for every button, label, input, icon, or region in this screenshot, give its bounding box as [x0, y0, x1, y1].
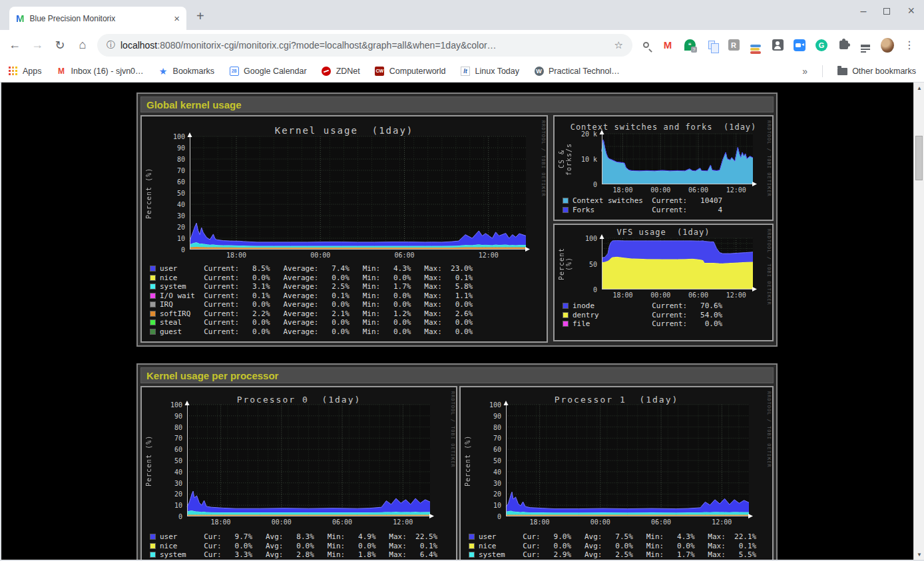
- context-switches-graph[interactable]: Context switches and forks (1day) CS & f…: [553, 115, 774, 221]
- copy-ext-icon[interactable]: [705, 39, 718, 52]
- plot-area: [506, 405, 749, 516]
- info-icon[interactable]: ⓘ: [107, 39, 115, 51]
- search-ext-icon[interactable]: [639, 39, 652, 52]
- processor-1-graph[interactable]: Processor 1 (1day) Percent (%) RRDTOOL /…: [459, 386, 774, 561]
- browser-toolbar: ← → ↻ ⌂ ⓘ localhost:8080/monitorix-cgi/m…: [0, 30, 924, 60]
- bookmark-zdnet[interactable]: ZDNet: [322, 66, 360, 76]
- rrdtool-watermark: RRDTOOL / TOBI OETIKER: [766, 229, 772, 305]
- chart-legend: inode Current: 70.6%dentry Current: 54.0…: [563, 301, 722, 329]
- chart-legend: user Cur: 9.0% Avg: 7.5% Min: 4.3% Max: …: [469, 532, 756, 561]
- grammarly-ext-icon[interactable]: G: [815, 39, 828, 52]
- scrollbar-down-icon[interactable]: ▼: [914, 549, 924, 560]
- chart-title: Processor 1 (1day): [461, 395, 772, 405]
- avatar[interactable]: [881, 39, 894, 52]
- tab-strip: M Blue Precision Monitorix × + – ×: [0, 0, 924, 30]
- scrollbar-up-icon[interactable]: ▲: [914, 83, 924, 93]
- calendar-icon: 28: [229, 66, 239, 76]
- plot-area: [190, 136, 526, 250]
- bookmark-google-calendar[interactable]: 28 Google Calendar: [229, 66, 307, 76]
- rrdtool-watermark: RRDTOOL / TOBI OETIKER: [766, 391, 772, 468]
- bookmarks-bar: Apps M Inbox (16) - sjvn0… ★ Bookmarks 2…: [0, 60, 924, 83]
- bookmarks-divider: [822, 65, 823, 77]
- tab-monitorix[interactable]: M Blue Precision Monitorix ×: [9, 7, 186, 30]
- forward-icon[interactable]: →: [29, 38, 45, 52]
- plot-area: [602, 134, 753, 184]
- section-title: Kernel usage per processor: [146, 370, 278, 381]
- linuxtoday-icon: lt: [461, 66, 471, 76]
- vfs-usage-chart: [602, 238, 753, 289]
- section-title: Global kernel usage: [146, 99, 242, 110]
- zoom-ext-icon[interactable]: [793, 39, 806, 52]
- processor-0-chart: [187, 405, 430, 516]
- bookmark-computerworld[interactable]: CW Computerworld: [375, 66, 446, 76]
- home-icon[interactable]: ⌂: [75, 38, 91, 52]
- rrdtool-watermark: RRDTOOL / TOBI OETIKER: [450, 391, 455, 468]
- bookmarks-overflow-icon[interactable]: »: [802, 66, 808, 77]
- bookmark-linux-today[interactable]: lt Linux Today: [461, 66, 520, 76]
- chart-legend: Context switches Current: 10407Forks Cur…: [563, 196, 722, 214]
- back-icon[interactable]: ←: [7, 38, 23, 52]
- plot-area: [602, 238, 753, 289]
- chart-legend: user Current: 8.5% Average: 7.4% Min: 4.…: [150, 264, 473, 336]
- folder-icon: [837, 66, 847, 76]
- kernel-usage-graph[interactable]: Kernel usage (1day) Percent (%) RRDTOOL …: [140, 115, 548, 343]
- window-close-button[interactable]: ×: [907, 4, 915, 18]
- section-header: Kernel usage per processor: [140, 367, 774, 383]
- monitorix-logo-icon: M: [16, 13, 25, 23]
- bookmark-apps[interactable]: Apps: [8, 66, 42, 76]
- bookmark-star-icon[interactable]: ☆: [614, 39, 623, 51]
- star-icon: ★: [158, 66, 168, 76]
- other-bookmarks[interactable]: Other bookmarks: [837, 66, 916, 76]
- address-bar[interactable]: ⓘ localhost:8080/monitorix-cgi/monitorix…: [97, 34, 632, 57]
- browser-window: M Blue Precision Monitorix × + – × ← → ↻…: [0, 0, 924, 561]
- books-ext-icon[interactable]: [749, 39, 762, 52]
- hangouts-ext-icon[interactable]: ❝?: [683, 39, 696, 52]
- rrdtool-watermark: RRDTOOL / TOBI OETIKER: [541, 120, 546, 197]
- tab-title: Blue Precision Monitorix: [30, 14, 169, 23]
- chart-legend: user Cur: 9.7% Avg: 8.3% Min: 4.9% Max: …: [150, 532, 437, 561]
- chart-title: Processor 0 (1day): [142, 395, 456, 405]
- r-ext-icon[interactable]: R: [727, 39, 740, 52]
- bookmark-inbox[interactable]: M Inbox (16) - sjvn0…: [57, 66, 144, 76]
- extensions-row: M ❝? R G ⋮: [639, 39, 917, 52]
- maximize-button[interactable]: [883, 8, 890, 15]
- zdnet-icon: [322, 66, 332, 76]
- gmail-icon: M: [57, 66, 67, 76]
- session-ext-icon[interactable]: [771, 39, 784, 52]
- new-tab-button[interactable]: +: [196, 9, 204, 24]
- vfs-usage-graph[interactable]: VFS usage (1day) Percent (%) RRDTOOL / T…: [553, 224, 774, 341]
- playlist-ext-icon[interactable]: [859, 39, 872, 52]
- tab-close-icon[interactable]: ×: [174, 13, 180, 23]
- kebab-menu-icon[interactable]: ⋮: [903, 39, 916, 52]
- window-left-border: [0, 83, 1, 561]
- bookmark-practical-technology[interactable]: W Practical Technol…: [534, 66, 620, 76]
- chart-title: Kernel usage (1day): [142, 125, 547, 136]
- page-content: Global kernel usage Kernel usage (1day) …: [0, 83, 924, 561]
- processor-0-graph[interactable]: Processor 0 (1day) Percent (%) RRDTOOL /…: [140, 386, 457, 561]
- minimize-button[interactable]: –: [861, 5, 867, 17]
- plot-area: [187, 405, 430, 516]
- gmail-ext-icon[interactable]: M: [661, 39, 674, 52]
- section-header: Global kernel usage: [140, 96, 774, 112]
- rrdtool-watermark: RRDTOOL / TOBI OETIKER: [766, 120, 772, 197]
- wordpress-icon: W: [534, 66, 544, 76]
- url-text[interactable]: localhost:8080/monitorix-cgi/monitorix.c…: [120, 40, 609, 51]
- apps-grid-icon: [8, 66, 18, 76]
- context-switches-chart: [602, 134, 753, 184]
- scrollbar[interactable]: ▲ ▼: [913, 83, 924, 560]
- reload-icon[interactable]: ↻: [52, 38, 68, 53]
- kernel-usage-chart: [190, 136, 526, 250]
- extensions-puzzle-icon[interactable]: [837, 39, 850, 52]
- section-kernel-usage-per-processor: Kernel usage per processor Processor 0 (…: [136, 363, 778, 561]
- bookmark-bookmarks[interactable]: ★ Bookmarks: [158, 66, 215, 76]
- scrollbar-thumb[interactable]: [915, 136, 923, 180]
- computerworld-icon: CW: [375, 66, 385, 76]
- processor-1-chart: [506, 405, 749, 516]
- section-global-kernel-usage: Global kernel usage Kernel usage (1day) …: [136, 93, 778, 347]
